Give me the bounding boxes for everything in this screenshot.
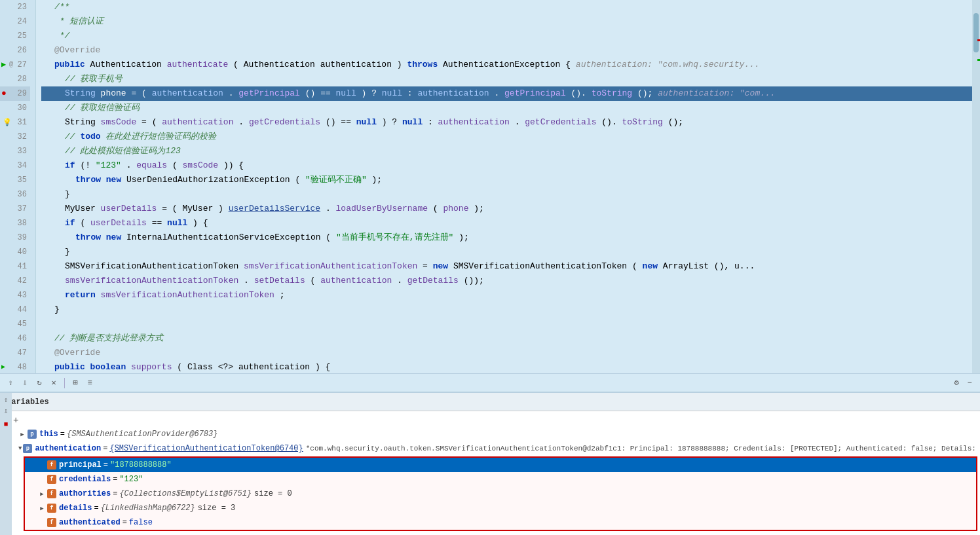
debug-row-authorities: ▶ f authorities = {Collections$EmptyList…	[25, 487, 976, 501]
scrollbar-thumb[interactable]	[973, 13, 979, 52]
line-num-45: 45	[0, 317, 30, 331]
run-arrow-icon: ▶	[1, 58, 6, 72]
line-num-31: 31 💡	[0, 115, 30, 130]
line-num-25: 25	[0, 29, 30, 43]
line-num-23: 23	[0, 0, 30, 14]
code-line-29: String phone = ( authentication . getPri…	[41, 86, 972, 101]
line-num-32: 32	[0, 130, 30, 144]
code-line-23: /**	[41, 0, 972, 14]
debug-row-details: ▶ f details = {LinkedHashMap@6722} size …	[25, 501, 976, 515]
line-num-40: 40	[0, 245, 30, 259]
debug-row-this: ▶ p this = {SMSAuthenticationProvider@67…	[13, 427, 980, 441]
toolbar-icon-gear[interactable]: ⚙	[951, 378, 962, 388]
code-line-42: smsVerificationAuthenticationToken . set…	[41, 274, 972, 288]
line-num-29: 29 ●	[0, 86, 30, 101]
line-num-44: 44	[0, 303, 30, 317]
debug-row-credentials: ▶ f credentials = "123"	[25, 472, 976, 487]
debug-highlight-box: ▶ f principal = "18788888888" ▶ f creden…	[24, 456, 977, 531]
line-num-34: 34	[0, 158, 30, 173]
debug-row-authentication: ▼ p authentication = {SMSVerificationAut…	[13, 441, 980, 456]
toolbar-separator	[64, 378, 65, 388]
toolbar-icon-lines[interactable]: ≡	[85, 378, 95, 388]
line-num-47: 47	[0, 346, 30, 360]
field-icon-f-authenticated: f	[47, 518, 56, 527]
debug-panel-title: Variables	[7, 397, 49, 407]
code-line-37: MyUser userDetails = ( MyUser ) userDeta…	[41, 202, 972, 216]
code-line-25: */	[41, 29, 972, 43]
line-num-36: 36	[0, 187, 30, 202]
editor-scrollbar[interactable]	[972, 0, 980, 373]
line-num-46: 46	[0, 331, 30, 346]
code-editor: 23 24 25 26 27 ▶ @ 28	[0, 0, 980, 373]
line-num-24: 24	[0, 14, 30, 29]
field-icon-f-details: f	[47, 504, 56, 513]
code-line-35: throw new UserDeniedAuthorizationExcepti…	[41, 173, 972, 187]
code-line-33: // 此处模拟短信验证码为123	[41, 144, 972, 158]
code-line-36: }	[41, 187, 972, 202]
toolbar-icon-minimize[interactable]: −	[964, 378, 975, 388]
code-line-28: // 获取手机号	[41, 72, 972, 86]
code-line-46: // 判断是否支持此登录方式	[41, 331, 972, 346]
line-num-42: 42	[0, 274, 30, 288]
debug-panel: Variables ⇧ ⇩ ■ + ▶ p this = {SMSAuthent…	[0, 392, 980, 535]
expand-authorities[interactable]: ▶	[38, 490, 46, 498]
debug-row-principal: ▶ f principal = "18788888888"	[25, 458, 976, 472]
toolbar-icon-up[interactable]: ⇧	[5, 378, 16, 388]
toolbar-right: ⚙ −	[951, 378, 975, 388]
code-line-48: public boolean supports ( Class <?> auth…	[41, 360, 972, 373]
run-small-icon: ▶	[1, 360, 5, 373]
code-line-31: String smsCode = ( authentication . getC…	[41, 115, 972, 130]
code-line-26: @Override	[41, 43, 972, 58]
line-num-37: 37	[0, 202, 30, 216]
field-icon-p: p	[28, 430, 37, 439]
code-content: /** * 短信认证 */ @Override public Authentic…	[36, 0, 972, 373]
at-marker: @	[9, 58, 13, 72]
toolbar-icon-refresh[interactable]: ↻	[34, 378, 45, 388]
line-num-30: 30	[0, 101, 30, 115]
scroll-marker-error	[977, 39, 980, 41]
line-num-28: 28	[0, 72, 30, 86]
bulb-icon[interactable]: 💡	[3, 115, 12, 130]
toolbar-icon-down[interactable]: ⇩	[20, 378, 30, 388]
line-num-43: 43	[0, 288, 30, 303]
bottom-toolbar: ⇧ ⇩ ↻ ✕ ⊞ ≡ ⚙ −	[0, 373, 980, 392]
expand-details[interactable]: ▶	[38, 504, 46, 512]
line-numbers-gutter: 23 24 25 26 27 ▶ @ 28	[0, 0, 36, 373]
debug-content: ⇧ ⇩ ■ + ▶ p this = {SMSAuthenticationPro…	[0, 411, 980, 535]
line-num-38: 38	[0, 216, 30, 231]
field-icon-f-authorities: f	[47, 489, 56, 498]
field-icon-f-principal: f	[47, 460, 56, 470]
field-icon-p-auth: p	[23, 444, 32, 453]
line-num-48: 48 ▶	[0, 360, 30, 373]
code-line-40: }	[41, 245, 972, 259]
code-line-47: @Override	[41, 346, 972, 360]
debug-step-into[interactable]: ⇩	[4, 411, 9, 415]
toolbar-icon-close[interactable]: ✕	[48, 378, 59, 388]
line-num-39: 39	[0, 231, 30, 245]
code-line-32: // todo 在此处进行短信验证码的校验	[41, 130, 972, 144]
debug-panel-header: Variables	[0, 393, 980, 411]
toolbar-icon-grid[interactable]: ⊞	[70, 378, 81, 388]
code-line-38: if ( userDetails == null ) {	[41, 216, 972, 231]
code-line-44: }	[41, 303, 972, 317]
expand-this[interactable]: ▶	[18, 430, 26, 438]
code-line-30: // 获取短信验证码	[41, 101, 972, 115]
line-num-27: 27 ▶ @	[0, 58, 30, 72]
debug-left-panel: ⇧ ⇩ ■	[0, 411, 12, 535]
line-num-33: 33	[0, 144, 30, 158]
expand-authentication[interactable]: ▼	[18, 445, 22, 452]
debug-vars-area: + ▶ p this = {SMSAuthenticationProvider@…	[13, 414, 980, 531]
debug-add-row: +	[13, 414, 980, 427]
code-line-27: public Authentication authenticate ( Aut…	[41, 58, 972, 72]
debug-add-button[interactable]: +	[13, 415, 18, 426]
code-line-41: SMSVerificationAuthenticationToken smsVe…	[41, 259, 972, 274]
field-icon-f-credentials: f	[47, 475, 56, 484]
scroll-marker-ok	[977, 59, 980, 61]
line-num-41: 41	[0, 259, 30, 274]
line-num-35: 35	[0, 173, 30, 187]
debug-stop[interactable]: ■	[4, 420, 9, 428]
code-line-43: return smsVerificationAuthenticationToke…	[41, 288, 972, 303]
code-line-45	[41, 317, 972, 331]
code-line-24: * 短信认证	[41, 14, 972, 29]
breakpoint-icon: ●	[1, 86, 7, 101]
